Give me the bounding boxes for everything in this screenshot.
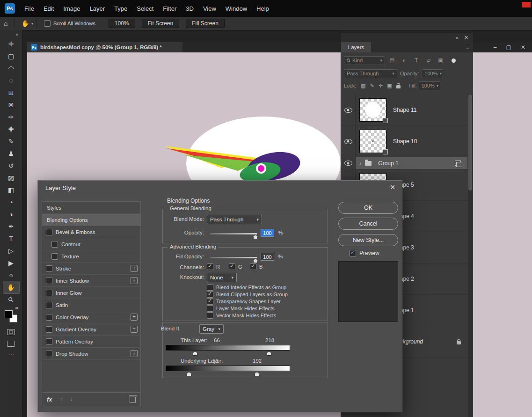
path-selection-tool[interactable]: ▷ xyxy=(3,245,19,257)
layer-mask-hides-option[interactable]: Layer Mask Hides Effects xyxy=(207,305,275,312)
gradient-tool[interactable]: ◧ xyxy=(3,184,19,196)
healing-brush-tool[interactable]: ✚ xyxy=(3,123,19,135)
this-layer-low-thumb[interactable] xyxy=(193,351,197,356)
layer-row-group-1[interactable]: › Group 1 xyxy=(341,157,467,169)
vector-mask-hides-checkbox[interactable] xyxy=(207,312,213,319)
direct-selection-tool[interactable]: ▶ xyxy=(3,257,19,269)
history-brush-tool[interactable]: ↺ xyxy=(3,160,19,172)
fill-opacity-slider[interactable] xyxy=(210,257,257,258)
layer-blend-mode-select[interactable]: Pass Through xyxy=(344,69,397,78)
zoom-tool[interactable]: ⚲ xyxy=(3,293,19,306)
style-item-blending-options[interactable]: Blending Options xyxy=(42,214,140,226)
vector-mask-hides-option[interactable]: Vector Mask Hides Effects xyxy=(207,312,276,319)
style-item-gradient-overlay[interactable]: Gradient Overlay xyxy=(42,323,140,336)
blend-if-select[interactable]: Gray xyxy=(199,324,224,334)
knockout-select[interactable]: None xyxy=(207,273,237,282)
home-icon[interactable]: ⌂ xyxy=(4,20,7,27)
fx-icon[interactable]: fx xyxy=(47,396,52,403)
eyedropper-tool[interactable]: ✑ xyxy=(3,111,19,123)
cancel-button[interactable]: Cancel xyxy=(338,218,398,230)
styles-header[interactable]: Styles xyxy=(42,202,140,214)
eraser-tool[interactable]: ▨ xyxy=(3,172,19,184)
layer-thumbnail[interactable] xyxy=(359,98,386,122)
add-effect-icon[interactable] xyxy=(131,277,138,284)
panel-menu-icon[interactable]: ≡ xyxy=(466,44,469,51)
style-checkbox[interactable] xyxy=(46,278,52,284)
lock-position-icon[interactable]: ✛ xyxy=(379,83,383,89)
style-item-satin[interactable]: Satin xyxy=(42,299,140,311)
menu-3d[interactable]: 3D xyxy=(181,3,198,14)
scroll-all-windows-option[interactable]: Scroll All Windows xyxy=(44,20,95,27)
style-checkbox[interactable] xyxy=(46,326,52,333)
style-item-drop-shadow[interactable]: Drop Shadow xyxy=(42,348,140,360)
style-item-bevel-emboss[interactable]: Bevel & Emboss xyxy=(42,226,140,238)
menu-file[interactable]: File xyxy=(20,3,39,14)
fit-screen-button[interactable]: Fit Screen xyxy=(142,19,180,28)
layers-scrollbar[interactable] xyxy=(468,95,473,417)
fill-opacity-slider-thumb[interactable] xyxy=(253,259,258,263)
style-item-pattern-overlay[interactable]: Pattern Overlay xyxy=(42,336,140,348)
zoom-100-button[interactable]: 100% xyxy=(109,19,135,28)
layer-row-shape-10[interactable]: Shape 10 xyxy=(341,126,467,157)
dodge-tool[interactable]: ◑ xyxy=(3,208,19,220)
menu-image[interactable]: Image xyxy=(58,3,85,14)
layer-fill-select[interactable]: 100% xyxy=(419,81,440,90)
channel-b-checkbox[interactable] xyxy=(250,263,256,270)
channel-g-checkbox[interactable] xyxy=(229,263,235,270)
clone-stamp-tool[interactable]: ♟ xyxy=(3,147,19,160)
blend-interior-effects-option[interactable]: Blend Interior Effects as Group xyxy=(207,284,286,291)
filter-toggle-icon[interactable] xyxy=(452,59,456,63)
menu-layer[interactable]: Layer xyxy=(85,3,110,14)
blend-clipped-layers-option[interactable]: Blend Clipped Layers as Group xyxy=(207,291,288,298)
new-style-button[interactable]: New Style... xyxy=(338,234,398,246)
filter-shape-layers-icon[interactable]: ▱ xyxy=(423,57,434,64)
quick-mask-icon[interactable] xyxy=(7,329,15,335)
menu-window[interactable]: Window xyxy=(221,3,252,14)
group-expand-icon[interactable]: › xyxy=(359,160,361,167)
layer-thumbnail[interactable] xyxy=(359,130,386,153)
hand-tool[interactable]: ✋ xyxy=(3,281,19,293)
filter-adjustment-layers-icon[interactable]: ◐ xyxy=(399,57,409,64)
layer-row-shape-11[interactable]: Shape 11 xyxy=(341,95,467,126)
style-item-color-overlay[interactable]: Color Overlay xyxy=(42,311,140,323)
swap-colors-icon[interactable]: ⇄ xyxy=(15,306,19,310)
channel-g-option[interactable]: G xyxy=(229,263,242,270)
edit-toolbar-icon[interactable]: ⋯ xyxy=(8,351,14,358)
move-effect-down-icon[interactable]: ↓ xyxy=(70,396,73,402)
marquee-tool[interactable]: ▢ xyxy=(3,50,19,62)
lasso-tool[interactable]: ◠ xyxy=(3,62,19,74)
menu-type[interactable]: Type xyxy=(109,3,132,14)
hand-tool-icon[interactable]: ✋ xyxy=(21,20,29,27)
window-close-button[interactable] xyxy=(522,2,531,7)
style-checkbox[interactable] xyxy=(46,338,52,345)
style-checkbox[interactable] xyxy=(46,351,52,357)
ok-button[interactable]: OK xyxy=(338,202,398,214)
lock-artboard-icon[interactable]: ▣ xyxy=(387,83,392,89)
style-checkbox[interactable] xyxy=(46,302,52,308)
screen-mode-icon[interactable] xyxy=(7,341,15,347)
delete-effect-icon[interactable] xyxy=(130,397,136,403)
visibility-eye-icon[interactable] xyxy=(344,161,352,166)
visibility-eye-icon[interactable] xyxy=(344,139,352,144)
lock-pixels-icon[interactable]: ✎ xyxy=(370,83,374,89)
style-checkbox[interactable] xyxy=(51,241,58,248)
add-effect-icon[interactable] xyxy=(131,350,138,357)
blend-mode-select[interactable]: Pass Through xyxy=(207,215,262,224)
style-checkbox[interactable] xyxy=(46,229,52,235)
brush-tool[interactable]: ✎ xyxy=(3,135,19,147)
shape-tool[interactable]: ○ xyxy=(3,269,19,281)
opacity-slider-thumb[interactable] xyxy=(253,235,258,239)
minimize-icon[interactable]: – xyxy=(494,44,497,51)
fill-screen-button[interactable]: Fill Screen xyxy=(186,19,225,28)
scroll-all-windows-checkbox[interactable] xyxy=(44,20,51,27)
close-icon[interactable]: ✕ xyxy=(521,44,525,51)
channel-r-option[interactable]: R xyxy=(207,263,220,270)
add-effect-icon[interactable] xyxy=(131,265,138,272)
style-item-texture[interactable]: Texture xyxy=(42,250,140,263)
underlying-low-thumb[interactable] xyxy=(187,372,191,376)
visibility-eye-icon[interactable] xyxy=(344,108,352,113)
menu-view[interactable]: View xyxy=(198,3,221,14)
style-item-inner-shadow[interactable]: Inner Shadow xyxy=(42,275,140,287)
document-tab[interactable]: Ps birdshapesMod copy @ 50% (Group 1, RG… xyxy=(27,42,182,52)
channel-b-option[interactable]: B xyxy=(250,263,262,270)
